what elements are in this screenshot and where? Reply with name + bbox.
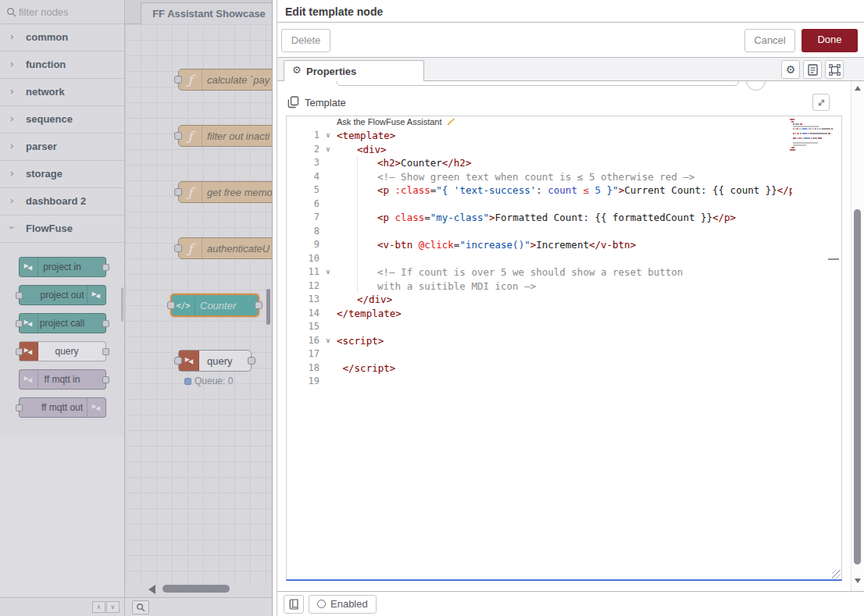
node-port[interactable] (255, 301, 262, 309)
flow-node-query[interactable]: query (178, 350, 252, 372)
flow-tab[interactable]: FF Assistant Showcase (141, 2, 272, 24)
filter-nodes-input[interactable] (19, 3, 117, 20)
template-code-editor[interactable]: Ask the FlowFuse Assistant 1∨<template>2… (286, 116, 842, 581)
template-field-row: Template (287, 96, 299, 112)
node-icon-block: ƒ (179, 238, 202, 258)
flow-node-filter-out-inacti[interactable]: ƒfilter out inacti (178, 125, 272, 147)
palette-category-network[interactable]: ›network (0, 79, 124, 106)
tab-properties-label: Properties (306, 66, 356, 77)
code-text: <template> (337, 129, 792, 143)
node-port[interactable] (16, 348, 23, 355)
line-number: 11 (287, 265, 320, 280)
code-template-icon: </> (176, 301, 190, 310)
node-port[interactable] (102, 320, 109, 327)
assistant-placeholder[interactable]: Ask the FlowFuse Assistant (337, 117, 455, 129)
node-port[interactable] (102, 264, 109, 271)
palette-category-FlowFuse[interactable]: ›FlowFuse (0, 215, 124, 243)
node-port[interactable] (102, 376, 109, 383)
fold-arrow-icon[interactable]: ∨ (323, 143, 334, 157)
overview-ruler-mark (828, 258, 839, 260)
node-port[interactable] (16, 292, 23, 299)
scroll-down-arrow-icon[interactable] (855, 579, 861, 583)
delete-button[interactable]: Delete (281, 29, 330, 52)
minimap[interactable] (790, 119, 834, 151)
node-status: Queue: 0 (184, 376, 233, 386)
tray-resize-handle[interactable] (272, 0, 277, 616)
workspace-vscrollbar[interactable] (266, 289, 270, 325)
node-port[interactable] (174, 244, 182, 252)
collapse-all-button[interactable]: ∧ (92, 601, 105, 613)
node-appearance-button[interactable] (825, 60, 844, 79)
hscroll-left-arrow-icon[interactable] (148, 585, 155, 594)
workspace-hscrollbar[interactable] (162, 585, 230, 593)
function-icon: ƒ (188, 185, 193, 200)
node-port[interactable] (174, 188, 182, 196)
palette-node-label: project call (20, 318, 105, 329)
palette-node-query[interactable]: query (19, 341, 106, 361)
line-number: 6 (287, 198, 320, 212)
code-line-13: 13</div> (287, 293, 841, 307)
line-number: 4 (287, 170, 320, 184)
library-button[interactable] (284, 595, 304, 614)
line-number: 16 (287, 334, 320, 348)
node-port[interactable] (16, 404, 23, 411)
code-text: <h2>Counter</h2> (337, 156, 792, 170)
expand-editor-button[interactable] (812, 94, 830, 111)
node-port[interactable] (248, 357, 255, 365)
gear-icon: ⚙ (786, 63, 796, 76)
flow-node-authenticateu[interactable]: ƒauthenticateU (178, 237, 272, 259)
flow-node-get-free-memo[interactable]: ƒget free memo (178, 181, 272, 203)
code-line-10: 10 (287, 252, 841, 266)
line-number: 12 (287, 280, 320, 294)
palette-scrollbar[interactable] (121, 287, 123, 322)
cancel-button[interactable]: Cancel (744, 29, 795, 52)
code-line-2: 2∨<div> (287, 143, 841, 157)
palette-category-parser[interactable]: ›parser (0, 134, 124, 161)
code-text: </div> (337, 293, 792, 307)
node-label: authenticateU (207, 243, 270, 255)
flow-node-calculate-pay[interactable]: ƒcalculate `pay (178, 69, 272, 91)
enabled-toggle-button[interactable]: Enabled (309, 595, 377, 614)
palette-node-project-call[interactable]: project call (19, 313, 106, 333)
fold-arrow-icon[interactable]: ∨ (323, 129, 334, 143)
palette-node-ff-mqtt-in[interactable]: ff mqtt in (19, 369, 106, 390)
done-button[interactable]: Done (802, 29, 858, 52)
fold-arrow-icon[interactable]: ∨ (323, 334, 334, 348)
palette-node-ff-mqtt-out[interactable]: ff mqtt out (19, 397, 106, 418)
palette-node-project-in[interactable]: project in (19, 257, 106, 277)
tray-content: Template Ask the FlowFuse Assistant 1∨<t… (277, 81, 851, 591)
palette-category-dashboard-2[interactable]: ›dashboard 2 (0, 188, 124, 215)
node-label: filter out inacti (207, 130, 270, 142)
flow-node-counter[interactable]: </>Counter (170, 294, 259, 317)
node-port[interactable] (16, 320, 23, 327)
node-settings-button[interactable]: ⚙ (781, 60, 800, 79)
line-number: 7 (287, 211, 320, 225)
template-label: Template (305, 97, 346, 109)
edit-node-tray: Edit template node Delete Cancel Done ⚙ … (272, 0, 864, 616)
node-label: query (207, 355, 233, 367)
node-port[interactable] (174, 357, 182, 365)
palette-category-sequence[interactable]: ›sequence (0, 106, 124, 134)
palette-category-function[interactable]: ›function (0, 52, 124, 79)
tray-toolbar: Delete Cancel Done (277, 23, 864, 58)
scrolled-circle-button[interactable] (746, 81, 766, 91)
node-port[interactable] (174, 76, 182, 84)
palette-category-storage[interactable]: ›storage (0, 161, 124, 188)
magnifier-icon (136, 603, 145, 612)
fold-arrow-icon[interactable]: ∨ (323, 265, 334, 280)
palette-node-project-out[interactable]: project out (19, 285, 106, 305)
scroll-up-arrow-icon[interactable] (855, 86, 861, 91)
zoom-search-button[interactable] (132, 600, 149, 614)
expand-all-button[interactable]: ∨ (106, 601, 120, 613)
node-port[interactable] (102, 348, 109, 355)
node-label: get free memo (207, 187, 272, 198)
tray-scrollbar-thumb[interactable] (854, 209, 861, 564)
node-port[interactable] (174, 132, 182, 140)
scrolled-name-field[interactable] (336, 81, 739, 86)
editor-resize-grip[interactable] (832, 570, 841, 579)
tab-properties[interactable]: ⚙ Properties (284, 60, 424, 81)
node-port[interactable] (167, 301, 175, 309)
category-label: parser (26, 141, 57, 152)
palette-category-common[interactable]: ›common (0, 24, 124, 52)
node-description-button[interactable] (803, 60, 822, 79)
